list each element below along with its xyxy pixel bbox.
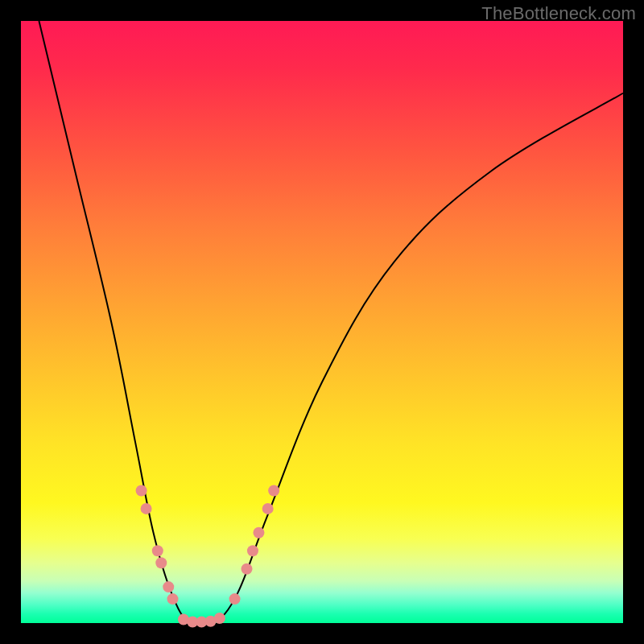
curve-marker-dot — [155, 557, 167, 568]
watermark-text: TheBottleneck.com — [481, 3, 636, 24]
curve-marker-dot — [136, 485, 147, 496]
curve-marker-dot — [163, 581, 174, 592]
curve-markers — [136, 485, 280, 627]
bottleneck-curve — [39, 21, 623, 627]
curve-marker-dot — [253, 527, 264, 539]
curve-marker-dot — [214, 613, 225, 624]
curve-marker-dot — [247, 545, 258, 556]
curve-marker-dot — [229, 593, 241, 605]
curve-marker-dot — [268, 485, 279, 496]
curve-marker-dot — [167, 593, 178, 605]
curve-marker-dot — [141, 503, 152, 514]
chart-frame — [21, 21, 623, 623]
curve-marker-dot — [262, 503, 274, 514]
curve-marker-dot — [242, 564, 253, 575]
bottleneck-curve-svg — [21, 21, 623, 623]
curve-marker-dot — [152, 545, 163, 556]
